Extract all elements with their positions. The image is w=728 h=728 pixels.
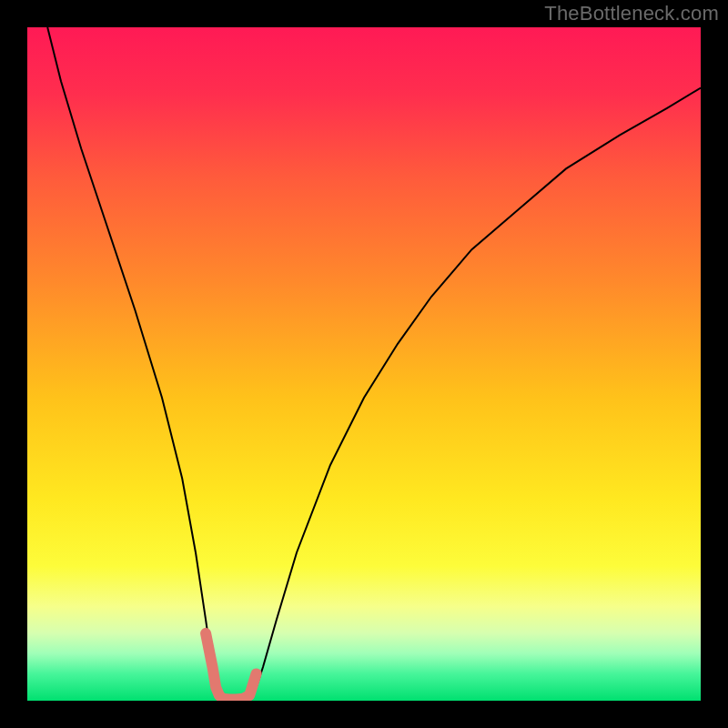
chart-background	[27, 27, 701, 701]
plot-area	[27, 27, 701, 701]
watermark-text: TheBottleneck.com	[544, 2, 719, 25]
bottleneck-chart-svg	[27, 27, 701, 701]
outer-black-frame: TheBottleneck.com	[0, 0, 728, 728]
